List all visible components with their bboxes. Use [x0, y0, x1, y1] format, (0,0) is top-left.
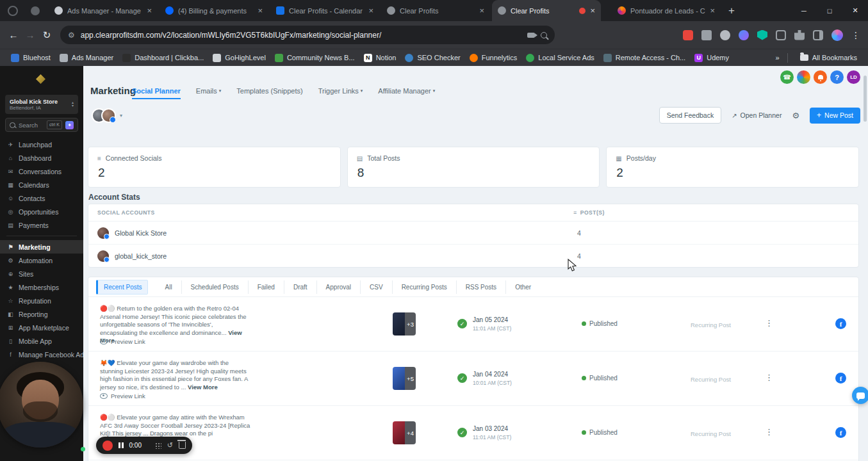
column-posts[interactable]: ≡ POST(S): [573, 209, 605, 216]
social-accounts-selector[interactable]: ▾: [92, 108, 122, 123]
tab-affiliate-manager[interactable]: Affiliate Manager▾: [378, 87, 435, 95]
post-menu-icon[interactable]: ⋮: [765, 318, 773, 328]
bookmark-funnelytics[interactable]: Funnelytics: [465, 52, 522, 64]
settings-gear-icon[interactable]: ⚙: [792, 111, 799, 120]
zoom-icon[interactable]: [541, 32, 547, 38]
help-icon[interactable]: ?: [830, 70, 844, 84]
tab-close-icon[interactable]: ×: [368, 6, 373, 15]
delete-recording-icon[interactable]: [179, 442, 186, 449]
extensions-puzzle-icon[interactable]: [794, 30, 805, 40]
bookmark-gohighlevel[interactable]: GoHighLevel: [208, 52, 270, 64]
forward-button[interactable]: →: [22, 27, 38, 44]
tab-close-icon[interactable]: ×: [147, 6, 152, 15]
preview-link[interactable]: Preview Link: [100, 392, 145, 400]
tab-emails[interactable]: Emails▾: [196, 87, 222, 95]
new-tab-button[interactable]: +: [723, 2, 741, 20]
tab-close-icon[interactable]: ×: [258, 6, 263, 15]
pause-recording-button[interactable]: [119, 442, 124, 448]
sidebar-item-reputation[interactable]: ☆Reputation: [0, 294, 83, 307]
url-text[interactable]: app.clearprofitsdm.com/v2/location/mWLIy…: [81, 31, 521, 40]
tab-templates-snippets[interactable]: Templates (Snippets): [236, 87, 302, 95]
side-panel-icon[interactable]: [813, 30, 823, 40]
sidebar-item-automation[interactable]: ⚙Automation: [0, 254, 83, 267]
new-post-button[interactable]: + New Post: [810, 108, 860, 124]
post-menu-icon[interactable]: ⋮: [765, 373, 773, 382]
sidebar-search-input[interactable]: Search ctrl K ✦: [5, 118, 78, 132]
tab-close-icon[interactable]: ×: [710, 6, 715, 15]
all-bookmarks-button[interactable]: All Bookmarks: [796, 52, 862, 63]
filter-tab-recurring-posts[interactable]: Recurring Posts: [392, 280, 456, 294]
sidebar-item-contacts[interactable]: ☺Contacts: [0, 191, 83, 205]
bookmark-remote-access[interactable]: Remote Access - Ch...: [599, 52, 690, 64]
reload-button[interactable]: ↻: [38, 27, 55, 44]
extension-icon-shield[interactable]: [757, 30, 767, 40]
minimize-button[interactable]: ─: [791, 0, 817, 21]
sidebar-item-opportunities[interactable]: ◎Opportunities: [0, 205, 83, 218]
bookmarks-overflow-icon[interactable]: »: [776, 54, 780, 61]
webcam-preview[interactable]: [0, 362, 83, 448]
sidebar-item-app-marketplace[interactable]: ⊞App Marketplace: [0, 321, 83, 334]
bookmark-udemy[interactable]: UUdemy: [690, 52, 733, 64]
bookmark-bluehost[interactable]: Bluehost: [6, 52, 55, 64]
extension-icon-camera[interactable]: [701, 30, 712, 40]
sidebar-item-dashboard[interactable]: ⌂Dashboard: [0, 151, 83, 165]
filter-tab-failed[interactable]: Failed: [248, 280, 284, 294]
drag-handle-icon[interactable]: [155, 442, 161, 449]
browser-tab-clear-profits[interactable]: Clear Profits ×: [381, 0, 490, 21]
post-thumbnail[interactable]: +5: [393, 367, 416, 390]
sidebar-item-conversations[interactable]: ✉Conversations: [0, 165, 83, 178]
table-row[interactable]: global_kick_store 4: [88, 245, 858, 267]
stop-recording-button[interactable]: [102, 441, 113, 451]
chat-widget-button[interactable]: [852, 387, 868, 404]
filter-tab-approval[interactable]: Approval: [316, 280, 360, 294]
tab-search-icon[interactable]: [31, 6, 40, 15]
browser-menu-icon[interactable]: ⋮: [851, 30, 860, 40]
referral-icon[interactable]: [797, 70, 810, 84]
browser-tab-pontuador[interactable]: Pontuador de Leads - Co ×: [612, 0, 721, 21]
filter-tab-scheduled-posts[interactable]: Scheduled Posts: [181, 280, 248, 294]
tab-close-icon[interactable]: ×: [590, 6, 595, 15]
account-switcher[interactable]: Global Kick Store Bettendorf, IA ▴▾: [5, 95, 78, 114]
bookmark-ads-manager[interactable]: Ads Manager: [55, 52, 118, 64]
post-thumbnail[interactable]: +3: [393, 312, 416, 336]
filter-tab-rss-posts[interactable]: RSS Posts: [456, 280, 505, 294]
filter-tab-all[interactable]: All: [156, 280, 181, 294]
site-settings-icon[interactable]: ⚙: [68, 31, 75, 40]
ai-search-icon[interactable]: ✦: [65, 121, 74, 129]
browser-tab-ads-manager[interactable]: Ads Manager - Manage ×: [49, 0, 158, 21]
tab-trigger-links[interactable]: Trigger Links▾: [318, 87, 363, 95]
bookmark-community-news[interactable]: Community News B...: [270, 52, 359, 64]
sidebar-item-manage-facebook-ads[interactable]: fManage Facebook Ads: [0, 348, 83, 361]
sidebar-item-calendars[interactable]: ▦Calendars: [0, 178, 83, 191]
bookmark-seo-checker[interactable]: SEO Checker: [400, 52, 464, 64]
browser-tab-calendar[interactable]: Clear Profits - Calendar - ×: [270, 0, 379, 21]
extension-icon-box[interactable]: [776, 30, 786, 40]
restart-recording-icon[interactable]: ↺: [167, 442, 173, 449]
extension-icon-blue[interactable]: [739, 30, 749, 40]
sidebar-item-memberships[interactable]: ★Memberships: [0, 280, 83, 294]
page-scrollbar[interactable]: [864, 76, 867, 122]
browser-profile-avatar[interactable]: [831, 29, 843, 41]
preview-link[interactable]: Preview Link: [100, 338, 145, 345]
recorder-status-icon[interactable]: [8, 6, 18, 16]
extension-icon-gray[interactable]: [720, 30, 730, 40]
filter-tab-recent-posts[interactable]: Recent Posts: [96, 280, 148, 295]
user-avatar[interactable]: LD: [847, 70, 860, 84]
filter-tab-draft[interactable]: Draft: [284, 280, 316, 294]
post-thumbnail[interactable]: +4: [393, 421, 416, 444]
sidebar-item-marketing[interactable]: ⚑Marketing: [0, 240, 83, 254]
notifications-bell-icon[interactable]: [814, 70, 827, 84]
close-window-button[interactable]: ✕: [842, 0, 868, 21]
sidebar-item-sites[interactable]: ⊕Sites: [0, 267, 83, 280]
sidebar-item-reporting[interactable]: ◧Reporting: [0, 307, 83, 321]
filter-tab-other[interactable]: Other: [505, 280, 540, 294]
address-bar[interactable]: ⚙ app.clearprofitsdm.com/v2/location/mWL…: [60, 26, 555, 44]
tab-social-planner[interactable]: Social Planner: [132, 87, 181, 95]
send-feedback-button[interactable]: Send Feedback: [659, 107, 722, 124]
bookmark-local-service-ads[interactable]: Local Service Ads: [521, 52, 598, 64]
bookmark-clickbank[interactable]: Dashboard | Clickba...: [118, 52, 208, 64]
extension-icon-red[interactable]: [683, 30, 693, 40]
view-more-link[interactable]: View More: [188, 384, 218, 391]
table-row[interactable]: Global Kick Store 4: [88, 222, 858, 245]
sidebar-item-payments[interactable]: ▤Payments: [0, 218, 83, 232]
